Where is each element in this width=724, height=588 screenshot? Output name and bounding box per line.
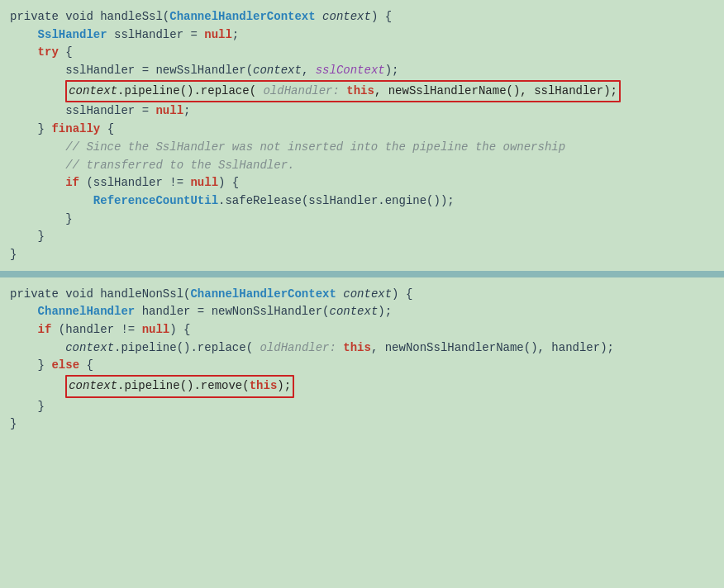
- code-line-t9: // transferred to the SslHandler.: [0, 157, 724, 175]
- code-line-t14: }: [0, 246, 724, 264]
- code-line-b2: ChannelHandler handler = newNonSslHandle…: [0, 303, 724, 321]
- code-line-t10: if (sslHandler != null) {: [0, 174, 724, 192]
- top-code-block: private void handleSsl(ChannelHandlerCon…: [0, 0, 724, 271]
- code-line-b3: if (handler != null) {: [0, 321, 724, 339]
- code-line-b4: context.pipeline().replace( oldHandler: …: [0, 339, 724, 358]
- block-divider: [0, 271, 724, 277]
- code-line-b8: }: [0, 415, 724, 434]
- code-viewer: private void handleSsl(ChannelHandlerCon…: [0, 0, 724, 588]
- code-line-b7: }: [0, 398, 724, 416]
- code-line-t6: sslHandler = null;: [0, 102, 724, 121]
- code-line-t8: // Since the SslHandler was not inserted…: [0, 139, 724, 157]
- code-line-t13: }: [0, 228, 724, 246]
- code-line-b6: context.pipeline().remove(this);: [0, 375, 724, 398]
- bottom-code-block: private void handleNonSsl(ChannelHandler…: [0, 277, 724, 588]
- code-line-t1: private void handleSsl(ChannelHandlerCon…: [0, 8, 724, 26]
- code-line-t5: context.pipeline().replace( oldHandler: …: [0, 80, 724, 103]
- code-line-t2: SslHandler sslHandler = null;: [0, 26, 724, 45]
- code-line-t3: try {: [0, 44, 724, 62]
- code-line-t12: }: [0, 211, 724, 229]
- code-line-b5: } else {: [0, 357, 724, 375]
- code-line-t11: ReferenceCountUtil.safeRelease(sslHandle…: [0, 192, 724, 211]
- code-line-b1: private void handleNonSsl(ChannelHandler…: [0, 286, 724, 304]
- code-line-t4: sslHandler = newSslHandler(context, sslC…: [0, 62, 724, 80]
- code-line-t7: } finally {: [0, 121, 724, 139]
